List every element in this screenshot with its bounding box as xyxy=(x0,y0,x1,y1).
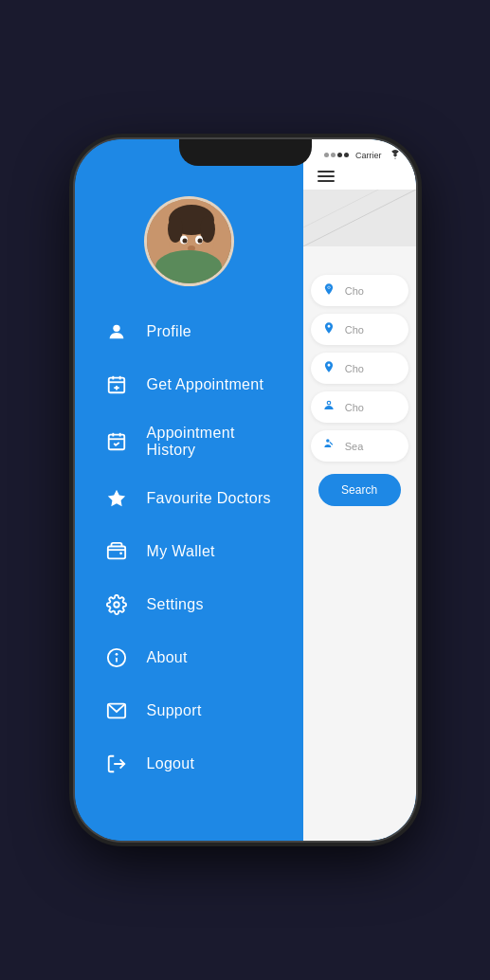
svg-rect-20 xyxy=(108,435,124,450)
sidebar-item-label: Favourite Doctors xyxy=(147,490,271,507)
nav-menu: Profile xyxy=(75,305,303,790)
hamburger-line-3 xyxy=(318,180,335,182)
hamburger-bar xyxy=(303,166,416,190)
calendar-plus-icon xyxy=(103,372,130,398)
map-area xyxy=(303,190,416,246)
sidebar-item-label: Support xyxy=(147,702,202,719)
envelope-icon xyxy=(103,698,130,724)
sidebar-item-label: Settings xyxy=(147,596,204,613)
location-pin-icon-2 xyxy=(320,360,337,376)
avatar-image xyxy=(147,199,231,283)
carrier-label: Carrier xyxy=(355,151,382,160)
svg-point-12 xyxy=(176,251,207,264)
sidebar-item-profile[interactable]: Profile xyxy=(94,305,284,358)
svg-point-11 xyxy=(188,245,195,251)
field-text-4: Cho xyxy=(345,402,364,413)
search-icon xyxy=(320,438,337,454)
field-text-2: Cho xyxy=(345,324,364,336)
form-content: Cho Cho xyxy=(303,265,416,516)
field-text-5: Sea xyxy=(345,441,364,452)
gear-icon xyxy=(103,591,130,618)
person-medical-icon xyxy=(320,399,337,415)
hamburger-line-1 xyxy=(318,171,335,172)
hamburger-button[interactable] xyxy=(318,171,335,182)
hamburger-line-2 xyxy=(318,175,335,177)
field-text-3: Cho xyxy=(345,363,364,374)
info-icon xyxy=(103,644,130,671)
svg-point-10 xyxy=(197,239,202,244)
sidebar-item-label: About xyxy=(147,649,188,666)
status-bar-info: Carrier xyxy=(324,150,402,161)
location-doctor-icon xyxy=(320,282,337,299)
sidebar-item-favourite-doctors[interactable]: Favourite Doctors xyxy=(94,472,284,525)
sidebar-item-label: Get Appointment xyxy=(147,376,264,393)
logout-icon xyxy=(103,751,130,777)
svg-point-1 xyxy=(155,259,227,286)
phone-screen: Profile xyxy=(75,139,416,841)
field-row-5: Sea xyxy=(311,430,408,462)
svg-rect-2 xyxy=(183,254,201,271)
sidebar-drawer: Profile xyxy=(75,139,303,841)
svg-point-27 xyxy=(114,602,119,608)
sidebar-item-logout[interactable]: Logout xyxy=(94,737,284,790)
content-panel: Carrier xyxy=(303,139,416,841)
sidebar-item-appointment-history[interactable]: Appointment History xyxy=(94,411,284,472)
search-button[interactable]: Search xyxy=(318,474,401,506)
calendar-check-icon xyxy=(103,428,130,455)
svg-rect-25 xyxy=(107,547,124,559)
avatar xyxy=(144,196,234,286)
wifi-icon xyxy=(389,150,402,161)
person-icon xyxy=(103,318,130,345)
signal-dot-2 xyxy=(331,153,336,157)
signal-indicator xyxy=(324,153,349,157)
svg-point-13 xyxy=(113,325,119,332)
phone-notch xyxy=(179,139,312,166)
signal-dot-1 xyxy=(324,153,329,157)
wallet-icon xyxy=(103,538,130,565)
sidebar-item-about[interactable]: About xyxy=(94,631,284,684)
status-bar: Carrier xyxy=(303,139,416,166)
signal-dot-3 xyxy=(337,153,342,157)
location-pin-icon-1 xyxy=(320,321,337,337)
star-icon xyxy=(103,485,130,512)
svg-point-41 xyxy=(328,402,330,404)
sidebar-item-support[interactable]: Support xyxy=(94,684,284,737)
phone-frame: Profile xyxy=(75,139,416,841)
sidebar-item-label: My Wallet xyxy=(147,543,215,560)
svg-point-9 xyxy=(182,239,187,244)
sidebar-item-my-wallet[interactable]: My Wallet xyxy=(94,525,284,578)
svg-marker-24 xyxy=(107,490,124,506)
svg-point-42 xyxy=(326,439,330,443)
svg-point-26 xyxy=(119,552,122,554)
sidebar-item-label: Logout xyxy=(147,755,195,772)
svg-rect-14 xyxy=(108,378,124,393)
sidebar-item-label: Appointment History xyxy=(147,425,275,459)
sidebar-item-settings[interactable]: Settings xyxy=(94,578,284,631)
signal-dot-4 xyxy=(344,153,349,157)
field-row-3: Cho xyxy=(311,353,408,384)
field-row-4: Cho xyxy=(311,391,408,423)
sidebar-item-get-appointment[interactable]: Get Appointment xyxy=(94,358,284,411)
field-row-1: Cho xyxy=(311,275,408,306)
svg-line-43 xyxy=(330,443,332,445)
field-text-1: Cho xyxy=(345,285,364,297)
phone-wrapper: Profile xyxy=(0,0,490,980)
sidebar-item-label: Profile xyxy=(147,323,191,340)
field-row-2: Cho xyxy=(311,314,408,345)
